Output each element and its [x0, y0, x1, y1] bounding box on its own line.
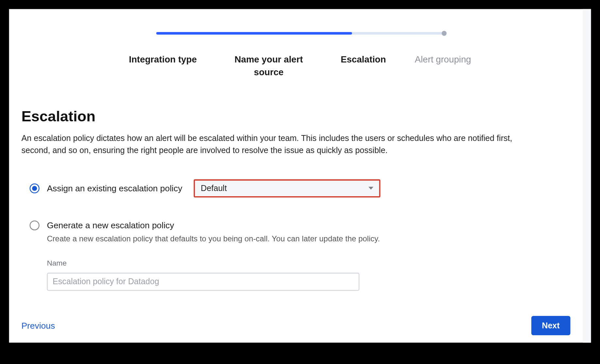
step-integration-type[interactable]: Integration type [129, 54, 197, 79]
escalation-options: Assign an existing escalation policy Def… [21, 179, 578, 291]
progress-fill [156, 32, 352, 35]
stepper: Integration type Name your alert source … [21, 32, 578, 79]
option-generate-new-row[interactable]: Generate a new escalation policy [30, 220, 579, 230]
option-generate-new: Generate a new escalation policy Create … [30, 220, 579, 291]
wizard-footer: Previous Next [21, 316, 570, 335]
next-button[interactable]: Next [531, 316, 571, 335]
step-alert-grouping[interactable]: Alert grouping [415, 54, 471, 79]
escalation-policy-select[interactable]: Default [194, 179, 381, 197]
select-value: Default [201, 183, 227, 193]
page-title: Escalation [21, 108, 578, 125]
option-assign-existing[interactable]: Assign an existing escalation policy Def… [30, 179, 579, 197]
radio-label-assign-existing: Assign an existing escalation policy [47, 183, 182, 193]
radio-assign-existing[interactable] [30, 183, 40, 193]
generate-new-description: Create a new escalation policy that defa… [47, 234, 578, 243]
chevron-down-icon [369, 187, 373, 190]
scrollbar-gutter [583, 9, 591, 343]
heading-block: Escalation An escalation policy dictates… [21, 108, 578, 156]
step-escalation[interactable]: Escalation [341, 54, 386, 79]
wizard-panel: Integration type Name your alert source … [9, 9, 591, 343]
step-name-alert-source[interactable]: Name your alert source [226, 54, 312, 79]
policy-name-input[interactable] [47, 272, 359, 290]
step-labels: Integration type Name your alert source … [115, 54, 485, 79]
radio-generate-new[interactable] [30, 220, 40, 230]
radio-label-generate-new: Generate a new escalation policy [47, 220, 174, 230]
name-field-label: Name [47, 259, 578, 268]
page-description: An escalation policy dictates how an ale… [21, 132, 540, 156]
previous-button[interactable]: Previous [21, 321, 55, 330]
progress-track [156, 32, 444, 35]
radio-dot-icon [32, 186, 37, 191]
progress-end-dot [441, 31, 446, 36]
